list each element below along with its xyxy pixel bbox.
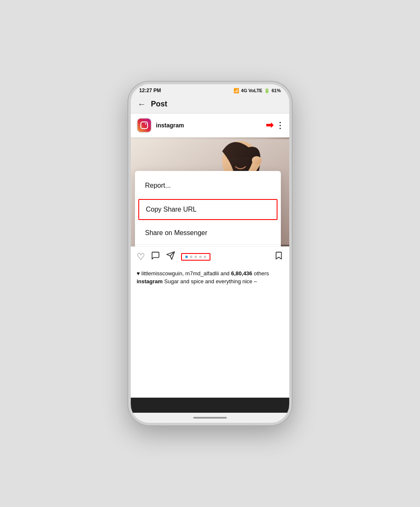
menu-item-share-whatsapp[interactable]: Share on WhatsApp bbox=[135, 245, 281, 246]
context-menu: Report... Copy Share URL Share on Messen… bbox=[135, 171, 281, 246]
signal-icon: 📶 bbox=[233, 88, 239, 93]
carousel-indicators bbox=[181, 253, 210, 261]
time-display: 12:27 PM bbox=[139, 88, 161, 93]
home-indicator bbox=[131, 413, 289, 423]
actions-left: ♡ bbox=[137, 251, 210, 263]
post-user: instagram bbox=[137, 118, 184, 133]
dot-2 bbox=[190, 256, 192, 258]
dot-3 bbox=[194, 256, 197, 258]
post-header: instagram ➡ ⋮ bbox=[131, 114, 289, 137]
share-button[interactable] bbox=[166, 251, 175, 263]
page-title: Post bbox=[151, 100, 167, 109]
content-area: instagram ➡ ⋮ bbox=[131, 114, 289, 398]
more-menu-area: ➡ ⋮ bbox=[266, 120, 283, 131]
status-bar: 12:27 PM 📶 4G VoLTE 🔋 61% bbox=[131, 84, 289, 95]
username-label[interactable]: instagram bbox=[156, 122, 184, 129]
menu-item-share-messenger[interactable]: Share on Messenger bbox=[135, 222, 281, 245]
annotation-arrow: ➡ bbox=[266, 120, 273, 131]
post-actions: ♡ bbox=[131, 246, 289, 267]
instagram-logo bbox=[137, 118, 152, 133]
battery-level: 61% bbox=[272, 88, 281, 93]
likes-text: ♥ littlemisscowguin, m7md_alfadlii and 6… bbox=[137, 270, 283, 277]
status-right: 📶 4G VoLTE 🔋 61% bbox=[233, 88, 281, 93]
post-image: Report... Copy Share URL Share on Messen… bbox=[131, 137, 289, 246]
menu-item-report[interactable]: Report... bbox=[135, 174, 281, 197]
battery-icon: 🔋 bbox=[264, 88, 270, 93]
caption-text: instagram Sugar and spice and everything… bbox=[137, 278, 283, 285]
ig-logo-dot bbox=[145, 123, 146, 124]
caption-body: Sugar and spice and everything nice – bbox=[164, 278, 257, 285]
phone-frame: 12:27 PM 📶 4G VoLTE 🔋 61% ← Post instagr… bbox=[128, 82, 292, 425]
dot-4 bbox=[199, 256, 202, 258]
dot-1 bbox=[185, 256, 188, 258]
bookmark-button[interactable] bbox=[274, 251, 283, 263]
ig-logo-inner bbox=[140, 122, 148, 129]
like-button[interactable]: ♡ bbox=[137, 251, 145, 262]
back-button[interactable]: ← bbox=[137, 99, 146, 109]
comment-button[interactable] bbox=[151, 251, 160, 263]
post-caption: ♥ littlemisscowguin, m7md_alfadlii and 6… bbox=[131, 267, 289, 289]
caption-username[interactable]: instagram bbox=[137, 278, 163, 285]
likes-count: 6,80,436 bbox=[231, 270, 252, 277]
svg-point-2 bbox=[252, 156, 262, 164]
more-options-button[interactable]: ⋮ bbox=[276, 120, 283, 130]
dot-5 bbox=[204, 256, 206, 258]
nav-bar: ← Post bbox=[131, 95, 289, 114]
home-line[interactable] bbox=[193, 417, 227, 419]
network-label: 4G VoLTE bbox=[241, 88, 262, 93]
menu-item-copy-url[interactable]: Copy Share URL bbox=[138, 199, 277, 220]
bottom-bar bbox=[131, 398, 289, 413]
